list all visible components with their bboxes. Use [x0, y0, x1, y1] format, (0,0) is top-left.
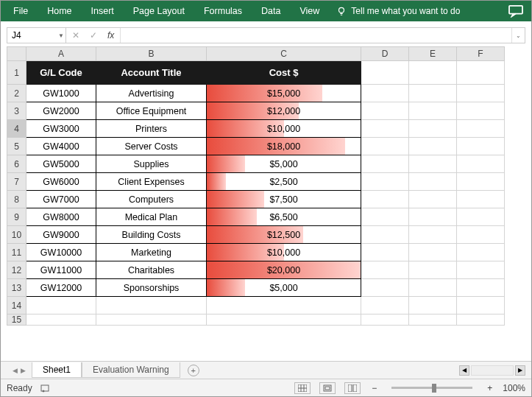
col-head-a[interactable]: A [26, 47, 96, 61]
view-page-layout-button[interactable] [319, 382, 336, 394]
cell-account-title[interactable]: Computers [96, 191, 207, 208]
row-head[interactable]: 1 [7, 61, 26, 85]
add-sheet-button[interactable]: + [188, 365, 199, 376]
cell-account-title[interactable]: Marketing [96, 244, 207, 261]
row-head[interactable]: 14 [7, 297, 26, 315]
cell[interactable] [457, 261, 505, 279]
cell[interactable] [457, 102, 505, 120]
sheet-tab-evaluation[interactable]: Evaluation Warning [82, 362, 180, 378]
cell[interactable] [457, 120, 505, 138]
formula-bar-expand-icon[interactable]: ⌄ [511, 28, 525, 43]
cell[interactable] [457, 279, 505, 297]
scroll-track[interactable] [471, 365, 514, 376]
row-head[interactable]: 2 [7, 85, 26, 102]
header-gl-code[interactable]: G/L Code [26, 61, 96, 85]
zoom-thumb[interactable] [432, 384, 436, 393]
cell[interactable] [409, 297, 457, 315]
view-page-break-button[interactable] [344, 382, 361, 394]
cell-cost[interactable]: $2,500 [207, 173, 361, 191]
fx-icon[interactable]: fx [107, 30, 114, 41]
cell-gl-code[interactable]: GW11000 [26, 261, 96, 279]
cell[interactable] [409, 85, 457, 102]
tab-file[interactable]: File [4, 1, 38, 21]
cell-cost[interactable]: $5,000 [207, 279, 361, 297]
cell-gl-code[interactable]: GW6000 [26, 173, 96, 191]
cell[interactable] [361, 191, 409, 208]
col-head-c[interactable]: C [207, 47, 361, 61]
cell[interactable] [361, 61, 409, 85]
cell[interactable] [361, 138, 409, 155]
worksheet-grid[interactable]: A B C D E F 1 G/L Code Account Title Cos… [7, 46, 525, 361]
cell[interactable] [361, 226, 409, 244]
cell[interactable] [457, 297, 505, 315]
cell-account-title[interactable]: Advertising [96, 85, 207, 102]
cell-gl-code[interactable]: GW3000 [26, 120, 96, 138]
row-head[interactable]: 3 [7, 102, 26, 120]
cell[interactable] [409, 244, 457, 261]
row-head[interactable]: 5 [7, 138, 26, 155]
horizontal-scrollbar[interactable]: ◀ ▶ [459, 365, 525, 376]
zoom-out-button[interactable]: − [369, 383, 380, 393]
col-head-b[interactable]: B [96, 47, 207, 61]
cell[interactable] [409, 102, 457, 120]
row-head[interactable]: 4 [7, 120, 26, 138]
cell[interactable] [361, 120, 409, 138]
row-head[interactable]: 9 [7, 208, 26, 226]
zoom-in-button[interactable]: + [484, 383, 495, 393]
name-box[interactable]: J4 ▼ [7, 28, 66, 43]
cell[interactable] [409, 208, 457, 226]
cell-gl-code[interactable]: GW9000 [26, 226, 96, 244]
tell-me-search[interactable]: Tell me what you want to do [336, 6, 460, 16]
cell-gl-code[interactable]: GW4000 [26, 138, 96, 155]
cell[interactable] [409, 120, 457, 138]
cell[interactable] [457, 208, 505, 226]
cell[interactable] [361, 261, 409, 279]
cell[interactable] [457, 244, 505, 261]
tab-insert[interactable]: Insert [82, 1, 124, 21]
cell[interactable] [361, 244, 409, 261]
col-head-f[interactable]: F [457, 47, 505, 61]
select-all-corner[interactable] [7, 47, 26, 61]
cell-account-title[interactable]: Client Expenses [96, 173, 207, 191]
tab-home[interactable]: Home [38, 1, 81, 21]
cell-cost[interactable]: $10,000 [207, 244, 361, 261]
cell-cost[interactable]: $12,000 [207, 102, 361, 120]
cell[interactable] [361, 297, 409, 315]
zoom-slider[interactable] [391, 387, 472, 389]
cell[interactable] [457, 315, 505, 326]
scroll-right-icon[interactable]: ▶ [515, 365, 525, 376]
cell[interactable] [457, 226, 505, 244]
cell-account-title[interactable]: Medical Plan [96, 208, 207, 226]
cell[interactable] [409, 138, 457, 155]
enter-icon[interactable]: ✓ [90, 30, 97, 41]
cell[interactable] [457, 138, 505, 155]
cell[interactable] [361, 173, 409, 191]
cell[interactable] [96, 315, 207, 326]
cell-account-title[interactable]: Sponsorships [96, 279, 207, 297]
zoom-level[interactable]: 100% [503, 383, 525, 393]
cell[interactable] [409, 315, 457, 326]
cell[interactable] [26, 315, 96, 326]
cell-account-title[interactable]: Server Costs [96, 138, 207, 155]
cancel-icon[interactable]: ✕ [72, 30, 79, 41]
cell-cost[interactable]: $7,500 [207, 191, 361, 208]
cell[interactable] [457, 61, 505, 85]
share-comment-icon[interactable] [508, 4, 524, 18]
cell[interactable] [361, 102, 409, 120]
row-head[interactable]: 11 [7, 244, 26, 261]
cell-cost[interactable]: $15,000 [207, 85, 361, 102]
row-head[interactable]: 10 [7, 226, 26, 244]
cell-cost[interactable]: $18,000 [207, 138, 361, 155]
cell-gl-code[interactable]: GW5000 [26, 155, 96, 173]
cell-gl-code[interactable]: GW2000 [26, 102, 96, 120]
cell-cost[interactable]: $5,000 [207, 155, 361, 173]
sheet-nav[interactable]: ◀▶ [7, 367, 32, 374]
tab-view[interactable]: View [290, 1, 329, 21]
cell-cost[interactable]: $10,000 [207, 120, 361, 138]
row-head[interactable]: 7 [7, 173, 26, 191]
cell[interactable] [409, 155, 457, 173]
cell[interactable] [409, 61, 457, 85]
cell[interactable] [457, 85, 505, 102]
header-account-title[interactable]: Account Title [96, 61, 207, 85]
cell-account-title[interactable]: Printers [96, 120, 207, 138]
